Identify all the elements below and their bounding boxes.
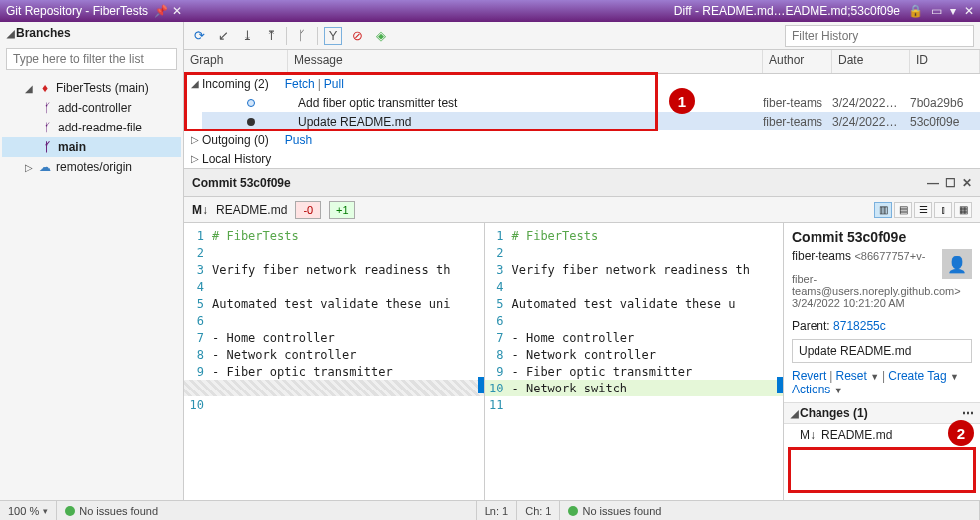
tag-icon[interactable]: ◈ [372,27,390,45]
reset-link[interactable]: Reset [835,369,866,383]
close-icon[interactable]: ✕ [964,4,974,18]
details-timestamp: 3/24/2022 10:21:20 AM [792,297,972,309]
col-date[interactable]: Date [832,50,910,73]
view-option-icon[interactable]: ▦ [954,202,972,218]
filter-history-input[interactable] [785,25,974,47]
commit-author: fiber-teams [763,115,832,129]
line-indicator[interactable]: Ln: 1 [477,501,517,520]
commit-panel: Commit 53c0f09e — ☐ ✕ M↓ README.md -0 +1… [184,169,980,500]
repo-node[interactable]: ◢ ♦ FiberTests (main) [2,78,181,98]
close-icon[interactable]: ✕ [962,176,972,190]
branch-add-readme-file[interactable]: ᚶ add-readme-file [2,118,181,137]
code-line: 6 [184,312,484,329]
git-icon: ♦ [38,81,52,95]
caret-icon: ◢ [24,83,34,94]
minimize-icon[interactable]: — [927,176,939,190]
dropdown-icon[interactable]: ▾ [950,4,956,18]
create-tag-link[interactable]: Create Tag [888,369,946,383]
removed-badge: -0 [295,201,321,219]
code-line [184,380,484,396]
callout-box-2 [788,447,976,493]
history-grid-header: Graph Message Author Date ID [184,50,980,74]
changed-file-name: README.md [821,428,892,442]
dropdown-icon[interactable]: ▼ [834,386,843,395]
commit-message-box[interactable]: Update README.md [792,339,972,363]
avatar-icon: 👤 [942,249,972,279]
parent-sha-link[interactable]: 8718255c [833,319,886,333]
branch-main[interactable]: ᚶ main [2,137,181,157]
code-line: 4 [184,278,484,295]
branch-label: add-controller [58,101,131,115]
dropdown-icon[interactable]: ▼ [950,372,959,382]
branch-label: add-readme-file [58,121,142,134]
push-icon[interactable]: ⤒ [262,27,280,45]
col-id[interactable]: ID [910,50,980,73]
branch-icon: ᚶ [40,140,54,154]
dropdown-icon[interactable]: ▼ [870,372,879,382]
inline-view-icon[interactable]: ▤ [894,202,912,218]
parent-label: Parent: [792,319,830,333]
side-by-side-view-icon[interactable]: ▥ [874,202,892,218]
code-line: 9- Fiber optic transmitter [184,363,484,380]
more-icon[interactable]: ⋯ [962,406,974,420]
sidebar-header: Branches [16,26,71,40]
pull-icon[interactable]: ⤓ [238,27,256,45]
preview-icon[interactable]: ▭ [931,4,942,18]
code-line: 2 [184,244,484,261]
file-icon: M↓ [192,203,208,217]
commit-date: 3/24/2022… [832,115,910,129]
caret-icon[interactable]: ◢ [6,28,16,39]
commit-author: fiber-teams [763,96,832,110]
code-line: 6 [485,312,784,329]
diff-right-pane[interactable]: 1# FiberTests23Verify fiber network read… [485,223,784,500]
code-line: 8- Network controller [184,346,484,363]
remotes-node[interactable]: ▷ ☁ remotes/origin [2,157,181,177]
code-line: 3Verify fiber network readiness th [485,261,784,278]
actions-link[interactable]: Actions [792,383,830,396]
code-line: 8- Network controller [485,346,784,363]
branch-icon: ᚶ [40,121,54,134]
branch-filter-input[interactable] [6,48,177,70]
code-line: 11 [485,396,784,413]
cloud-icon: ☁ [38,160,52,174]
revert-link[interactable]: Revert [792,369,826,383]
diff-left-pane[interactable]: 1# FiberTests23Verify fiber network read… [184,223,485,500]
code-line: 10 [184,396,484,413]
col-author[interactable]: Author [763,50,832,73]
details-title: Commit 53c0f09e [792,229,972,245]
fetch-icon[interactable]: ↙ [214,27,232,45]
repo-label: FiberTests (main) [56,81,149,95]
branch-label: main [58,140,86,154]
added-badge: +1 [329,201,355,219]
pin-icon[interactable]: 📌 [154,4,168,18]
filter-toggle-icon[interactable]: Y [324,27,342,45]
code-line: 5Automated test validate these u [485,295,784,312]
commit-date: 3/24/2022… [832,96,910,110]
abort-icon[interactable]: ⊘ [348,27,366,45]
history-body: ◢ Incoming (2) Fetch | Pull Add fiber op… [184,74,980,169]
maximize-icon[interactable]: ☐ [945,176,956,190]
branch-add-controller[interactable]: ᚶ add-controller [2,98,181,118]
local-history-group[interactable]: ▷ Local History [184,149,980,168]
col-message[interactable]: Message [288,50,763,73]
branches-sidebar: ◢ Branches ◢ ♦ FiberTests (main) ᚶ add-c… [0,22,184,500]
view-option-icon[interactable]: ☰ [914,202,932,218]
commit-details-pane: Commit 53c0f09e 👤 fiber-teams <86677757+… [783,223,980,500]
changes-header[interactable]: ◢ Changes (1) ⋯ [784,402,980,424]
view-option-icon[interactable]: ⫿ [934,202,952,218]
push-link[interactable]: Push [285,133,312,147]
zoom-control[interactable]: 100 % ▾ [0,501,57,520]
branch-graph-icon[interactable]: ᚴ [293,27,311,45]
refresh-icon[interactable]: ⟳ [190,27,208,45]
outgoing-group[interactable]: ▷ Outgoing (0) Push [184,130,980,149]
local-history-label: Local History [202,152,271,166]
branch-icon: ᚶ [40,101,54,115]
close-icon[interactable]: ✕ [172,4,182,18]
title-bar: Git Repository - FiberTests 📌 ✕ Diff - R… [0,0,980,22]
issues-label: No issues found [79,505,158,517]
char-indicator[interactable]: Ch: 1 [517,501,560,520]
col-graph[interactable]: Graph [184,50,288,73]
callout-circle-2: 2 [948,420,974,446]
file-name: README.md [216,203,287,217]
title-left: Git Repository - FiberTests [6,4,148,18]
